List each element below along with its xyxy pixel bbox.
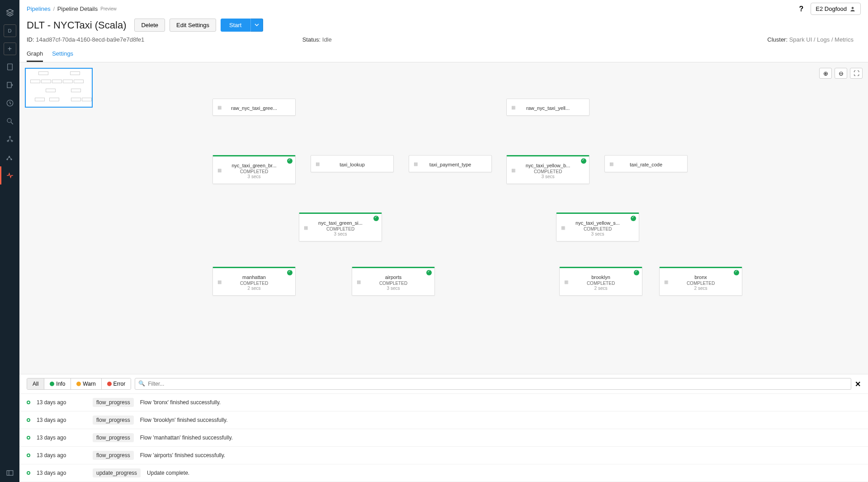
sidebar-item-repo[interactable] [0, 76, 19, 94]
sidebar-item-d[interactable]: D [4, 24, 16, 37]
graph-node[interactable]: ▦airportsCOMPLETED3 secs [352, 267, 435, 296]
svg-rect-0 [7, 64, 12, 70]
breadcrumb-root[interactable]: Pipelines [27, 5, 51, 12]
start-button[interactable]: Start [221, 19, 250, 32]
log-tag: flow_progress [93, 433, 134, 442]
tab-graph[interactable]: Graph [27, 47, 43, 62]
page-title: DLT - NYCTaxi (Scala) [27, 19, 126, 31]
log-time: 13 days ago [37, 417, 86, 423]
edit-settings-button[interactable]: Edit Settings [170, 19, 216, 32]
log-time: 13 days ago [37, 470, 86, 476]
user-menu[interactable]: E2 Dogfood [811, 3, 861, 15]
log-row[interactable]: 13 days agoflow_progressFlow 'brooklyn' … [19, 411, 868, 429]
graph-node[interactable]: ▦raw_nyc_taxi_yell... [506, 99, 590, 116]
sidebar-item-panel[interactable] [0, 464, 19, 482]
svg-rect-1 [7, 82, 11, 88]
status-icon [27, 454, 30, 457]
sidebar-item-search[interactable] [0, 112, 19, 130]
status-icon [27, 418, 30, 422]
status-icon [27, 471, 30, 475]
id-label: ID: [27, 36, 34, 43]
filter-all[interactable]: All [27, 378, 44, 389]
sidebar-item-compute[interactable] [0, 130, 19, 148]
svg-point-9 [9, 156, 9, 157]
close-logs-button[interactable]: ✕ [855, 380, 861, 388]
sidebar-item-jobs[interactable] [0, 148, 19, 166]
log-message: Flow 'brooklyn' finished successfully. [140, 417, 861, 423]
filter-info[interactable]: Info [44, 378, 71, 389]
delete-button[interactable]: Delete [134, 19, 165, 32]
log-tag: flow_progress [93, 398, 134, 407]
breadcrumb: Pipelines / Pipeline Details [27, 5, 98, 12]
log-row[interactable]: 13 days agoflow_progressFlow 'bronx' fin… [19, 394, 868, 411]
sidebar-item-pipelines[interactable] [0, 166, 19, 184]
log-time: 13 days ago [37, 452, 86, 458]
log-tag: flow_progress [93, 451, 134, 460]
sidebar-item-recents[interactable] [0, 94, 19, 112]
status-label: Status: [302, 36, 321, 43]
cluster-links[interactable]: Spark UI / Logs / Metrics [789, 36, 854, 43]
chevron-down-icon [255, 23, 259, 27]
user-icon [849, 6, 856, 12]
graph-canvas-area[interactable]: ⊕ ⊖ ⛶ ▦raw_nyc_taxi_gree...▦raw_nyc_taxi… [19, 62, 868, 374]
log-tag: flow_progress [93, 416, 134, 425]
id-value: 14ad87cf-70da-4160-8ecd-ba9e7e7d8fe1 [36, 36, 144, 43]
sidebar-item-create[interactable]: + [4, 43, 16, 55]
log-row[interactable]: 13 days agoupdate_progressUpdate complet… [19, 464, 868, 482]
log-filter-input[interactable] [135, 378, 851, 390]
svg-rect-10 [7, 471, 13, 476]
filter-warn[interactable]: Warn [71, 378, 101, 389]
log-time: 13 days ago [37, 399, 86, 406]
graph-node[interactable]: ▦bronxCOMPLETED2 secs [659, 267, 742, 296]
cluster-label: Cluster: [767, 36, 788, 43]
graph-node[interactable]: ▦manhattanCOMPLETED2 secs [212, 267, 296, 296]
status-value: Idle [322, 36, 332, 43]
left-sidebar: D + [0, 0, 19, 482]
svg-point-3 [7, 118, 11, 123]
graph-node[interactable]: ▦taxi_lookup [311, 155, 394, 172]
graph-node[interactable]: ▦brooklynCOMPLETED2 secs [559, 267, 642, 296]
search-icon: 🔍 [138, 380, 145, 387]
graph-node[interactable]: ▦taxi_payment_type [409, 155, 492, 172]
log-message: Flow 'manhattan' finished successfully. [140, 435, 861, 441]
graph-node[interactable]: ▦nyc_taxi_green_br...COMPLETED3 secs [212, 155, 296, 184]
log-message: Flow 'bronx' finished successfully. [140, 399, 861, 406]
breadcrumb-current: Pipeline Details [57, 5, 98, 12]
app-logo[interactable] [5, 7, 15, 18]
preview-badge: Preview [100, 6, 117, 11]
svg-point-12 [852, 7, 854, 9]
graph-node[interactable]: ▦nyc_taxi_green_si...COMPLETED3 secs [299, 213, 382, 241]
log-message: Flow 'airports' finished successfully. [140, 452, 861, 458]
log-time: 13 days ago [37, 435, 86, 441]
tab-settings[interactable]: Settings [52, 47, 73, 62]
svg-point-4 [9, 136, 10, 137]
log-tag: update_progress [93, 468, 141, 477]
status-icon [27, 401, 30, 404]
sidebar-item-notebook[interactable] [0, 58, 19, 76]
help-icon[interactable]: ? [799, 5, 804, 13]
status-icon [27, 436, 30, 439]
filter-error[interactable]: Error [102, 378, 131, 389]
graph-node[interactable]: ▦taxi_rate_code [604, 155, 688, 172]
log-message: Update complete. [147, 470, 861, 476]
graph-node[interactable]: ▦raw_nyc_taxi_gree... [212, 99, 296, 116]
graph-node[interactable]: ▦nyc_taxi_yellow_b...COMPLETED3 secs [506, 155, 590, 184]
graph-node[interactable]: ▦nyc_taxi_yellow_s...COMPLETED3 secs [556, 213, 639, 241]
log-row[interactable]: 13 days agoflow_progressFlow 'manhattan'… [19, 429, 868, 447]
start-dropdown[interactable] [250, 19, 263, 32]
log-row[interactable]: 13 days agoflow_progressFlow 'airports' … [19, 447, 868, 464]
